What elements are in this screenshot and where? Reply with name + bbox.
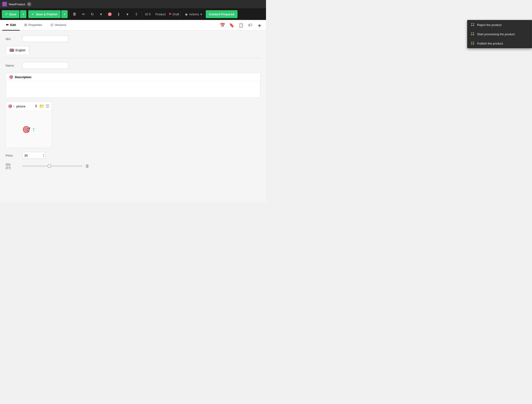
toolbar-separator-1 <box>69 11 69 18</box>
tab-edit[interactable]: ✏ Edit <box>2 20 20 31</box>
picture-sort-icon: ↑ <box>13 104 15 108</box>
refresh-dropdown-button[interactable]: ▾ <box>97 10 105 18</box>
content-area: sku: 🇬🇧 English Name: 🎯 Description 🎯 <box>0 31 266 202</box>
qty-slider-fill <box>22 165 82 167</box>
title-bar: NewProduct × <box>0 0 266 8</box>
tab-properties[interactable]: ⊞ Properties <box>21 20 46 31</box>
diamond-tab-button[interactable]: ◈ <box>255 21 264 29</box>
qty-slider-thumb <box>48 164 51 168</box>
close-button[interactable]: × <box>27 2 31 6</box>
sku-input[interactable] <box>22 35 69 42</box>
delete-button[interactable]: 🗑 <box>71 10 79 18</box>
save-button[interactable]: ✓ Save <box>2 10 19 18</box>
price-up-arrow[interactable]: ▲ <box>43 154 44 155</box>
english-language-tab[interactable]: 🇬🇧 English <box>6 46 29 54</box>
tab-versions[interactable]: ⊡ Versions <box>47 20 70 31</box>
draft-status: ⚑ Draft <box>168 12 179 16</box>
english-flag-icon: 🇬🇧 <box>10 48 14 52</box>
picture-menu-icon[interactable]: ☰ <box>46 104 49 109</box>
app-title: NewProduct <box>9 3 25 6</box>
tab-bar: ✏ Edit ⊞ Properties ⊡ Versions 📅 🔖 📋 🏷 ◈ <box>0 20 266 31</box>
save-publish-dropdown-button[interactable]: ▾ <box>61 10 68 18</box>
toolbar-separator-2 <box>142 11 142 18</box>
edit-tab-icon: ✏ <box>6 23 9 27</box>
picture-section: 🎯 ↑ picture ⬆ 📁 ☰ 🎯 ↑ <box>6 102 52 148</box>
price-row: Price: ▲ ▼ <box>6 152 260 159</box>
info-button[interactable]: ℹ <box>115 10 123 18</box>
sku-row: sku: <box>6 35 260 42</box>
description-required-icon: 🎯 <box>9 75 13 79</box>
save-checkmark: ✓ <box>5 12 8 16</box>
save-publish-button[interactable]: ✓ Save & Publish <box>28 10 61 18</box>
qty-delete-button[interactable]: 🗑 <box>85 164 89 169</box>
language-content: Name: 🎯 Description 🎯 ↑ picture ⬆ 📁 ☰ <box>6 58 260 148</box>
description-header: 🎯 Description <box>6 73 260 81</box>
description-body[interactable] <box>6 81 260 98</box>
qty-row: Qty:(37) 🗑 <box>6 163 260 169</box>
upload-icon[interactable]: ⬆ <box>34 104 38 109</box>
save-group: ✓ Save ▾ <box>2 10 26 18</box>
edit-pencil-button[interactable]: ✏ <box>79 10 87 18</box>
picture-placeholder: 🎯 ↑ <box>22 126 35 133</box>
picture-header: 🎯 ↑ picture ⬆ 📁 ☰ <box>6 102 52 111</box>
price-arrows: ▲ ▼ <box>43 154 44 157</box>
price-input-wrap: ▲ ▼ <box>22 152 45 159</box>
content-prepared-button[interactable]: Content Prepared <box>206 10 238 18</box>
save-publish-checkmark: ✓ <box>32 12 34 16</box>
refresh-button[interactable]: ↻ <box>88 10 96 18</box>
clipboard-button[interactable]: 📋 <box>237 21 245 29</box>
save-publish-group: ✓ Save & Publish ▾ <box>28 10 68 18</box>
sku-label: sku: <box>6 37 19 41</box>
tag-button[interactable]: 🏷 <box>246 21 254 29</box>
picture-body: 🎯 ↑ <box>6 111 52 148</box>
name-row: Name: <box>6 62 260 69</box>
toolbar-separator-3 <box>180 11 181 18</box>
diamond-icon: ◈ <box>185 12 188 16</box>
app-icon <box>2 2 7 7</box>
qty-label: Qty:(37) <box>6 163 19 169</box>
name-label: Name: <box>6 64 19 67</box>
save-dropdown-button[interactable]: ▾ <box>20 10 26 18</box>
properties-tab-icon: ⊞ <box>24 23 27 27</box>
actions-button[interactable]: ◈ Actions ▾ <box>182 10 205 18</box>
target-button[interactable]: 🎯 <box>106 10 114 18</box>
bookmark-button[interactable]: 🔖 <box>228 21 236 29</box>
product-type-label: Product <box>153 13 168 16</box>
price-down-arrow[interactable]: ▼ <box>43 156 44 157</box>
qty-slider[interactable] <box>22 165 82 167</box>
draft-icon: ⚑ <box>168 12 172 16</box>
price-label: Price: <box>6 154 19 157</box>
language-tabs: 🇬🇧 English <box>6 46 260 54</box>
description-section: 🎯 Description <box>6 73 260 98</box>
picture-target-icon: 🎯 <box>22 126 30 133</box>
calendar-button[interactable]: 📅 <box>218 21 227 29</box>
picture-upload-large-icon: ↑ <box>32 126 35 133</box>
versions-tab-icon: ⊡ <box>51 23 53 27</box>
info-dropdown-button[interactable]: ▾ <box>124 10 131 18</box>
price-input[interactable] <box>22 152 45 159</box>
id-label: ID 5 <box>143 13 152 16</box>
folder-icon[interactable]: 📁 <box>39 104 44 109</box>
name-input[interactable] <box>22 62 69 69</box>
picture-required-icon: 🎯 <box>8 104 12 108</box>
share-button[interactable]: ⇧ <box>132 10 140 18</box>
toolbar: ✓ Save ▾ ✓ Save & Publish ▾ 🗑 ✏ ↻ ▾ 🎯 ℹ … <box>0 8 266 20</box>
